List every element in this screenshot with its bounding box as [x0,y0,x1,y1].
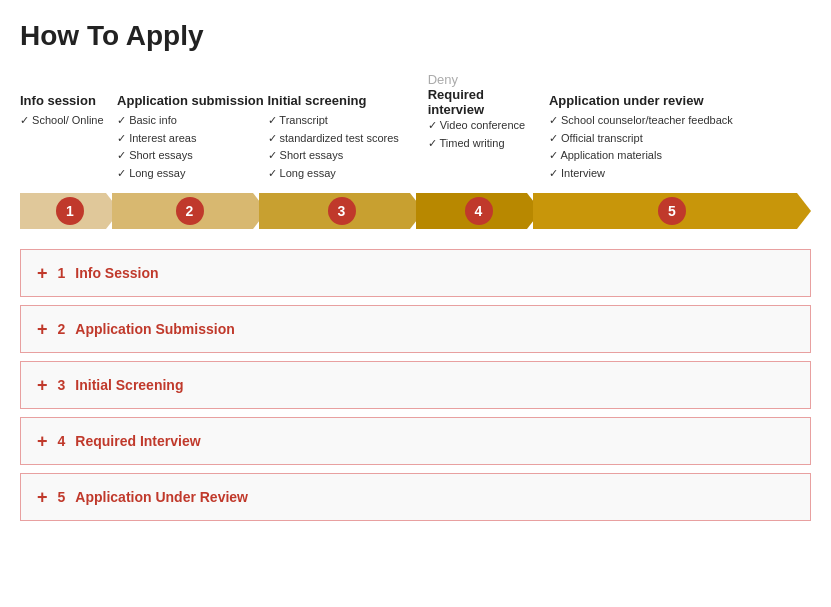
stage-5-content: School counselor/teacher feedback Offici… [549,112,811,182]
arrow-bar: 1 2 3 4 5 [20,193,811,229]
accordion-header-5[interactable]: + 5 Application Under Review [21,474,810,520]
deny-label: Deny [428,72,458,87]
accordion-num-1: 1 [58,265,66,281]
timeline: Info session School/ Online Application … [20,72,811,229]
accordion: + 1 Info Session + 2 Application Submiss… [20,249,811,521]
arrow-segment-4: 4 [416,193,541,229]
step-number-3: 3 [328,197,356,225]
accordion-title-3: Initial Screening [75,377,183,393]
stage-1-header: Info session [20,72,117,108]
accordion-header-3[interactable]: + 3 Initial Screening [21,362,810,408]
arrow-segment-5: 5 [533,193,811,229]
stage-2-content: Basic info Interest areas Short essays L… [117,112,267,182]
accordion-plus-2: + [37,320,48,338]
accordion-num-5: 5 [58,489,66,505]
accordion-item-3[interactable]: + 3 Initial Screening [20,361,811,409]
accordion-item-4[interactable]: + 4 Required Interview [20,417,811,465]
step-number-5: 5 [658,197,686,225]
stage-3-header: Initial screening [268,72,428,108]
stage-5-header: Application under review [549,72,811,108]
accordion-item-5[interactable]: + 5 Application Under Review [20,473,811,521]
stage-3-content: Transcript standardized test scores Shor… [268,112,428,182]
stage-4-content: Video conference Timed writing [428,117,549,187]
step-number-1: 1 [56,197,84,225]
stage-4-header-group: Deny Requiredinterview [428,72,549,117]
accordion-plus-1: + [37,264,48,282]
accordion-header-4[interactable]: + 4 Required Interview [21,418,810,464]
step-number-2: 2 [176,197,204,225]
arrow-segment-3: 3 [259,193,424,229]
accordion-header-1[interactable]: + 1 Info Session [21,250,810,296]
stage-1-content: School/ Online [20,112,117,182]
stage-2-header: Application submission [117,72,267,108]
accordion-plus-5: + [37,488,48,506]
stage-1: Info session School/ Online [20,72,117,187]
arrow-segment-1: 1 [20,193,120,229]
accordion-title-4: Required Interview [75,433,200,449]
accordion-plus-4: + [37,432,48,450]
accordion-header-2[interactable]: + 2 Application Submission [21,306,810,352]
stage-5: Application under review School counselo… [549,72,811,187]
stage-4: Deny Requiredinterview Video conference … [428,72,549,187]
page-title: How To Apply [20,20,811,52]
arrow-segment-2: 2 [112,193,267,229]
accordion-item-1[interactable]: + 1 Info Session [20,249,811,297]
accordion-title-1: Info Session [75,265,158,281]
stage-3: Initial screening Transcript standardize… [268,72,428,187]
accordion-num-3: 3 [58,377,66,393]
accordion-plus-3: + [37,376,48,394]
step-number-4: 4 [465,197,493,225]
accordion-num-2: 2 [58,321,66,337]
accordion-num-4: 4 [58,433,66,449]
accordion-title-5: Application Under Review [75,489,248,505]
accordion-title-2: Application Submission [75,321,234,337]
accordion-item-2[interactable]: + 2 Application Submission [20,305,811,353]
stage-4-header: Requiredinterview [428,87,484,117]
stage-2: Application submission Basic info Intere… [117,72,267,187]
